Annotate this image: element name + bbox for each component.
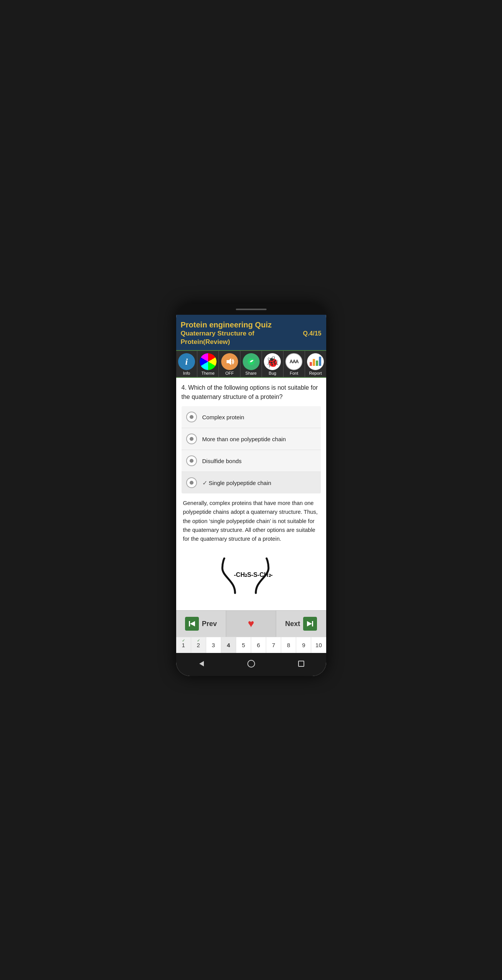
prev-label: Prev (202, 620, 217, 628)
share-label: Share (245, 371, 257, 375)
svg-rect-5 (312, 621, 313, 626)
report-icon (307, 353, 324, 370)
status-bar (176, 304, 326, 315)
page-6[interactable]: 6 (251, 637, 266, 653)
option-c[interactable]: Disulfide bonds (182, 450, 321, 472)
font-label: Font (290, 371, 298, 375)
svg-marker-6 (307, 621, 312, 626)
bug-label: Bug (269, 371, 277, 375)
svg-rect-9 (299, 661, 304, 666)
check-1: ✓ (182, 638, 185, 643)
question-area: 4. Which of the following options is not… (176, 378, 326, 610)
checkmark-icon: ✓ (202, 479, 207, 487)
sound-label: OFF (225, 371, 234, 375)
next-icon (303, 617, 317, 631)
page-7[interactable]: 7 (266, 637, 281, 653)
page-9-num: 9 (302, 642, 305, 648)
app-title: Protein engineering Quiz (181, 320, 322, 329)
check-2: ✓ (197, 638, 200, 643)
page-10-num: 10 (315, 642, 322, 648)
page-3[interactable]: 3 (206, 637, 221, 653)
page-8-num: 8 (287, 642, 290, 648)
page-7-num: 7 (272, 642, 275, 648)
next-button[interactable]: Next (276, 611, 326, 637)
page-9[interactable]: 9 (296, 637, 311, 653)
prev-icon (185, 617, 199, 631)
toolbar-sound[interactable]: OFF (219, 351, 240, 377)
explanation-text: Generally, complex proteins that have mo… (182, 499, 321, 549)
radio-a (186, 412, 197, 422)
page-1-num: 1 (182, 642, 185, 648)
toolbar-bug[interactable]: 🐞 Bug (262, 351, 284, 377)
bottom-nav: Prev ♥ Next (176, 610, 326, 637)
page-2-num: 2 (197, 642, 200, 648)
question-text: 4. Which of the following options is not… (182, 383, 321, 402)
svg-marker-4 (190, 621, 195, 626)
favorite-button[interactable]: ♥ (226, 611, 276, 637)
toolbar-share[interactable]: Share (240, 351, 262, 377)
phone-frame: Protein engineering Quiz Quaternary Stru… (176, 304, 326, 676)
svg-point-8 (248, 660, 255, 667)
app-header: Protein engineering Quiz Quaternary Stru… (176, 315, 326, 350)
info-label: Info (183, 371, 190, 375)
page-10[interactable]: 10 (311, 637, 326, 653)
sound-icon (221, 353, 238, 370)
next-label: Next (285, 620, 300, 628)
prev-button[interactable]: Prev (176, 611, 226, 637)
option-d[interactable]: ✓ Single polypeptide chain (182, 472, 321, 493)
svg-rect-3 (189, 621, 190, 626)
option-b[interactable]: More than one polypeptide chain (182, 428, 321, 450)
share-icon (243, 353, 260, 370)
page-4[interactable]: 4 (221, 637, 236, 653)
radio-c (186, 455, 197, 466)
radio-b (186, 434, 197, 444)
page-3-num: 3 (212, 642, 215, 648)
toolbar-font[interactable]: AAA Font (284, 351, 305, 377)
page-8[interactable]: 8 (281, 637, 296, 653)
page-numbers: ✓ 1 ✓ 2 3 4 5 6 7 8 (176, 637, 326, 653)
page-1[interactable]: ✓ 1 (176, 637, 191, 653)
theme-icon (200, 353, 217, 370)
page-5[interactable]: 5 (236, 637, 251, 653)
back-button[interactable] (195, 658, 207, 670)
radio-d (186, 477, 197, 488)
svg-text:-CH₂S-S-CH₂-: -CH₂S-S-CH₂- (234, 571, 273, 578)
home-button[interactable] (245, 658, 257, 670)
theme-label: Theme (202, 371, 215, 375)
toolbar-report[interactable]: Report (305, 351, 326, 377)
app-subtitle: Quaternary Structure of Protein(Review) (181, 329, 302, 346)
toolbar-info[interactable]: i Info (176, 351, 198, 377)
page-4-num: 4 (227, 642, 230, 648)
page-6-num: 6 (257, 642, 260, 648)
svg-marker-7 (199, 661, 204, 666)
info-icon: i (178, 353, 195, 370)
option-d-text: Single polypeptide chain (209, 480, 316, 486)
app-container: Protein engineering Quiz Quaternary Stru… (176, 315, 326, 676)
report-label: Report (309, 371, 322, 375)
option-a[interactable]: Complex protein (182, 406, 321, 428)
options-container: Complex protein More than one polypeptid… (182, 406, 321, 493)
toolbar: i Info Theme OFF (176, 350, 326, 378)
android-nav (176, 653, 326, 676)
page-5-num: 5 (242, 642, 245, 648)
toolbar-theme[interactable]: Theme (197, 351, 219, 377)
disulfide-diagram: -CH₂S-S-CH₂- (201, 553, 301, 599)
diagram-area: -CH₂S-S-CH₂- (182, 549, 321, 606)
option-c-text: Disulfide bonds (202, 458, 316, 464)
option-a-text: Complex protein (202, 414, 316, 420)
page-2[interactable]: ✓ 2 (191, 637, 206, 653)
heart-icon: ♥ (248, 618, 254, 630)
bug-icon: 🐞 (264, 353, 281, 370)
app-progress: Q.4/15 (303, 330, 321, 338)
font-icon: AAA (285, 353, 302, 370)
recents-button[interactable] (295, 658, 307, 670)
svg-marker-0 (227, 358, 231, 365)
option-b-text: More than one polypeptide chain (202, 436, 316, 442)
